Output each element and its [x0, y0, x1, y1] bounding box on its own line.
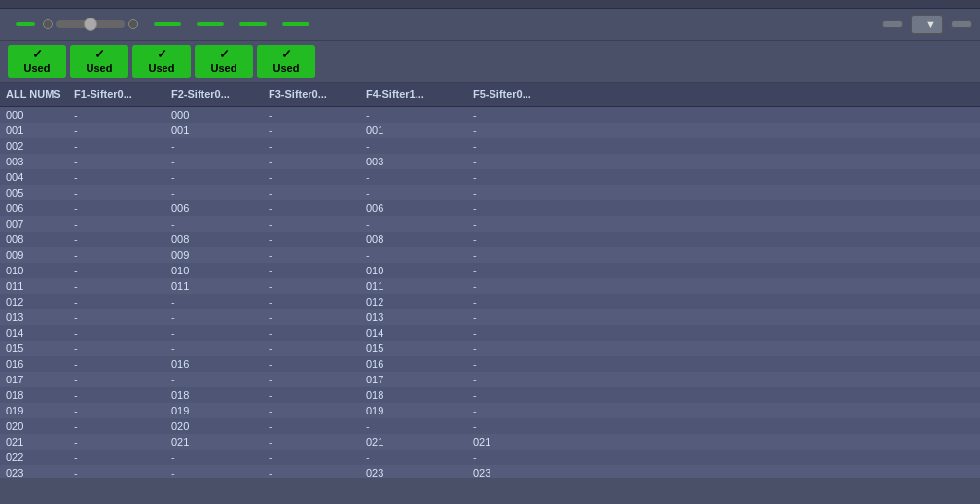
checkmark-icon-3: ✓: [219, 47, 230, 61]
cell-8-2: 008: [165, 232, 263, 247]
table-row: 019-019-019-: [0, 403, 980, 418]
cell-20-5: -: [467, 418, 574, 434]
cell-3-0: 003: [0, 154, 68, 169]
table-row: 002-----: [0, 138, 980, 154]
cell-22-3: -: [263, 450, 360, 465]
cell-6-0: 006: [0, 200, 68, 216]
cell-7-5: -: [467, 216, 574, 232]
cell-5-5: -: [467, 185, 574, 200]
cell-4-0: 004: [0, 169, 68, 185]
cell-10-3: -: [263, 263, 360, 278]
cell-17-1: -: [68, 372, 165, 387]
filter-check-box-4[interactable]: ✓ Used: [257, 45, 315, 78]
cell-18-3: -: [263, 387, 360, 403]
filter-used-label-1: Used: [87, 62, 113, 74]
cell-17-2: -: [165, 372, 263, 387]
slider-track[interactable]: [56, 20, 125, 28]
cell-8-4: 008: [360, 232, 467, 247]
filters-row: ✓ Used ✓ Used ✓ Used ✓ Used ✓ Used: [0, 41, 980, 83]
slider-left-end: [43, 19, 53, 29]
table-row: 014---014-: [0, 325, 980, 341]
cell-1-0: 001: [0, 123, 68, 138]
cell-18-2: 018: [165, 387, 263, 403]
cell-14-3: -: [263, 325, 360, 341]
cell-16-0: 016: [0, 356, 68, 372]
filter-used-label-3: Used: [211, 62, 237, 74]
cell-6-2: 006: [165, 200, 263, 216]
filter-used-label-2: Used: [149, 62, 175, 74]
cell-20-0: 020: [0, 418, 68, 434]
reset-button[interactable]: [951, 20, 972, 28]
cell-2-0: 002: [0, 138, 68, 154]
cell-1-5: -: [467, 123, 574, 138]
table-row: 022-----: [0, 450, 980, 465]
cell-14-0: 014: [0, 325, 68, 341]
cell-0-2: 000: [165, 107, 263, 123]
cell-6-4: 006: [360, 200, 467, 216]
cell-22-4: -: [360, 450, 467, 465]
cell-15-0: 015: [0, 341, 68, 356]
checkmark-icon-1: ✓: [94, 47, 105, 61]
cell-14-5: -: [467, 325, 574, 341]
cell-19-1: -: [68, 403, 165, 418]
cell-3-4: 003: [360, 154, 467, 169]
actions-button[interactable]: ▼: [911, 15, 943, 34]
remove-unused-button[interactable]: [882, 20, 903, 28]
cell-1-3: -: [263, 123, 360, 138]
cell-7-3: -: [263, 216, 360, 232]
filter-check-box-0[interactable]: ✓ Used: [8, 45, 66, 78]
controls-bar: ▼: [0, 9, 980, 41]
boxed-value: [197, 22, 224, 26]
cell-3-1: -: [68, 154, 165, 169]
cell-7-0: 007: [0, 216, 68, 232]
filter-check-box-3[interactable]: ✓ Used: [195, 45, 253, 78]
cell-9-3: -: [263, 247, 360, 263]
cell-23-3: -: [263, 465, 360, 478]
cell-13-4: 013: [360, 309, 467, 325]
cell-13-3: -: [263, 309, 360, 325]
table-row: 001-001-001-: [0, 123, 980, 138]
cell-6-3: -: [263, 200, 360, 216]
cell-2-4: -: [360, 138, 467, 154]
actions-dropdown-icon: ▼: [926, 18, 936, 30]
filter-check-box-1[interactable]: ✓ Used: [70, 45, 128, 78]
cell-19-2: 019: [165, 403, 263, 418]
cell-11-3: -: [263, 278, 360, 294]
cell-2-1: -: [68, 138, 165, 154]
table-row: 003---003-: [0, 154, 980, 169]
filter-check-box-2[interactable]: ✓ Used: [132, 45, 191, 78]
cell-0-3: -: [263, 107, 360, 123]
cell-17-0: 017: [0, 372, 68, 387]
cell-13-1: -: [68, 309, 165, 325]
cell-21-1: -: [68, 434, 165, 450]
cell-18-5: -: [467, 387, 574, 403]
cell-8-5: -: [467, 232, 574, 247]
cell-7-4: -: [360, 216, 467, 232]
cell-12-3: -: [263, 294, 360, 309]
cell-4-3: -: [263, 169, 360, 185]
cell-7-1: -: [68, 216, 165, 232]
cell-12-5: -: [467, 294, 574, 309]
cell-23-2: -: [165, 465, 263, 478]
cell-8-3: -: [263, 232, 360, 247]
cell-1-4: 001: [360, 123, 467, 138]
cell-23-4: 023: [360, 465, 467, 478]
cell-21-2: 021: [165, 434, 263, 450]
cell-9-5: -: [467, 247, 574, 263]
table-row: 016-016-016-: [0, 356, 980, 372]
table-row: 000-000---: [0, 107, 980, 123]
cell-22-2: -: [165, 450, 263, 465]
cell-20-4: -: [360, 418, 467, 434]
table-body[interactable]: 000-000---001-001-001-002-----003---003-…: [0, 107, 980, 478]
cell-22-5: -: [467, 450, 574, 465]
cell-13-2: -: [165, 309, 263, 325]
cell-16-3: -: [263, 356, 360, 372]
table-row: 023---023023: [0, 465, 980, 478]
slider-wrapper[interactable]: [43, 19, 138, 29]
cell-11-2: 011: [165, 278, 263, 294]
cell-6-5: -: [467, 200, 574, 216]
table-row: 008-008-008-: [0, 232, 980, 247]
slider-thumb[interactable]: [84, 18, 97, 31]
cell-0-0: 000: [0, 107, 68, 123]
cell-20-3: -: [263, 418, 360, 434]
